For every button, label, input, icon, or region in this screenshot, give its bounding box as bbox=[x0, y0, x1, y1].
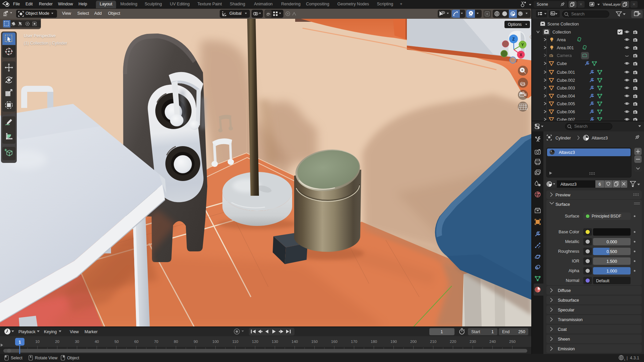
svg-text:200: 200 bbox=[410, 340, 417, 344]
svg-text:190: 190 bbox=[390, 340, 397, 344]
svg-text:Area.001: Area.001 bbox=[557, 46, 574, 50]
svg-text:1.500: 1.500 bbox=[606, 259, 617, 264]
svg-text:Object: Object bbox=[67, 356, 79, 360]
svg-text:Base Color: Base Color bbox=[558, 230, 579, 234]
svg-text:170: 170 bbox=[351, 340, 357, 344]
svg-text:0.500: 0.500 bbox=[606, 249, 617, 254]
svg-text:4.3.1: 4.3.1 bbox=[630, 356, 639, 360]
svg-text:90: 90 bbox=[194, 340, 198, 344]
svg-text:Y: Y bbox=[521, 43, 524, 47]
svg-text:1: 1 bbox=[19, 340, 21, 345]
svg-text:0.000: 0.000 bbox=[606, 240, 617, 244]
svg-text:150: 150 bbox=[311, 340, 318, 344]
svg-text:Alpha: Alpha bbox=[569, 268, 579, 273]
svg-text:1: 1 bbox=[491, 329, 494, 334]
svg-text:120: 120 bbox=[252, 340, 258, 344]
svg-text:Camera: Camera bbox=[557, 53, 572, 58]
svg-text:50: 50 bbox=[114, 340, 119, 344]
svg-text:Cylinder: Cylinder bbox=[555, 136, 571, 140]
svg-text:Start: Start bbox=[471, 329, 480, 334]
svg-text:Subsurface: Subsurface bbox=[558, 298, 579, 303]
svg-text:Collection: Collection bbox=[552, 30, 571, 35]
svg-text:40: 40 bbox=[95, 340, 99, 344]
svg-text:Preview: Preview bbox=[555, 193, 571, 197]
svg-text:Cube.002: Cube.002 bbox=[557, 78, 575, 83]
svg-text:Cube.001: Cube.001 bbox=[557, 70, 575, 75]
svg-text:Altavoz3: Altavoz3 bbox=[592, 136, 608, 140]
svg-text:20: 20 bbox=[55, 340, 59, 344]
svg-text:250: 250 bbox=[509, 340, 516, 344]
svg-text:1.000: 1.000 bbox=[606, 269, 617, 274]
svg-text:Scene Collection: Scene Collection bbox=[547, 22, 579, 26]
svg-text:140: 140 bbox=[291, 340, 298, 344]
svg-text:110: 110 bbox=[232, 340, 238, 344]
svg-text:210: 210 bbox=[430, 340, 436, 344]
svg-text:Cube.005: Cube.005 bbox=[557, 102, 575, 106]
svg-text:1: 1 bbox=[441, 329, 443, 334]
svg-text:220: 220 bbox=[450, 340, 456, 344]
svg-text:240: 240 bbox=[489, 340, 496, 344]
svg-text:Normal: Normal bbox=[566, 278, 579, 283]
svg-text:End: End bbox=[502, 329, 509, 334]
svg-text:IOR: IOR bbox=[572, 259, 579, 263]
svg-text:Emission: Emission bbox=[558, 347, 575, 351]
svg-text:Principled BSDF: Principled BSDF bbox=[592, 214, 621, 219]
svg-text:Transmission: Transmission bbox=[558, 317, 583, 322]
svg-text:Search: Search bbox=[571, 12, 585, 16]
svg-text:230: 230 bbox=[470, 340, 476, 344]
svg-text:Z: Z bbox=[512, 37, 515, 42]
svg-text:1: 1 bbox=[624, 358, 626, 361]
svg-text:160: 160 bbox=[331, 340, 337, 344]
svg-text:Specular: Specular bbox=[558, 308, 574, 312]
svg-text:Cube.004: Cube.004 bbox=[557, 94, 575, 99]
svg-text:X: X bbox=[520, 53, 522, 57]
svg-text:Select: Select bbox=[11, 356, 22, 360]
svg-text:View: View bbox=[70, 329, 79, 334]
svg-text:30: 30 bbox=[75, 340, 79, 344]
svg-text:Altavoz3: Altavoz3 bbox=[559, 150, 575, 155]
svg-text:Roughness: Roughness bbox=[558, 249, 579, 254]
svg-text:Cube: Cube bbox=[557, 61, 567, 66]
svg-text:|: | bbox=[627, 355, 628, 360]
svg-text:Keying: Keying bbox=[44, 329, 57, 334]
svg-text:Marker: Marker bbox=[85, 329, 98, 334]
svg-text:Cube.006: Cube.006 bbox=[557, 110, 575, 114]
svg-text:250: 250 bbox=[518, 329, 525, 334]
svg-text:Surface: Surface bbox=[555, 202, 570, 207]
svg-text:10: 10 bbox=[35, 340, 40, 344]
svg-text:Altavoz3: Altavoz3 bbox=[560, 182, 577, 187]
svg-text:6: 6 bbox=[599, 182, 601, 187]
svg-text:Metallic: Metallic bbox=[565, 239, 579, 244]
svg-text:Cube.003: Cube.003 bbox=[557, 86, 575, 90]
svg-text:130: 130 bbox=[272, 340, 278, 344]
svg-text:60: 60 bbox=[134, 340, 139, 344]
svg-text:Sheen: Sheen bbox=[558, 337, 570, 342]
svg-text:180: 180 bbox=[371, 340, 377, 344]
svg-text:Diffuse: Diffuse bbox=[558, 288, 571, 293]
svg-text:Coat: Coat bbox=[558, 327, 567, 332]
svg-text:Surface: Surface bbox=[565, 214, 579, 219]
svg-text:Rotate View: Rotate View bbox=[35, 356, 58, 360]
svg-text:Area: Area bbox=[557, 38, 566, 42]
svg-text:70: 70 bbox=[154, 340, 158, 344]
svg-text:Default: Default bbox=[596, 279, 609, 283]
svg-text:Playback: Playback bbox=[18, 329, 36, 334]
svg-text:80: 80 bbox=[174, 340, 178, 344]
svg-text:Search: Search bbox=[574, 124, 588, 129]
svg-text:100: 100 bbox=[212, 340, 219, 344]
